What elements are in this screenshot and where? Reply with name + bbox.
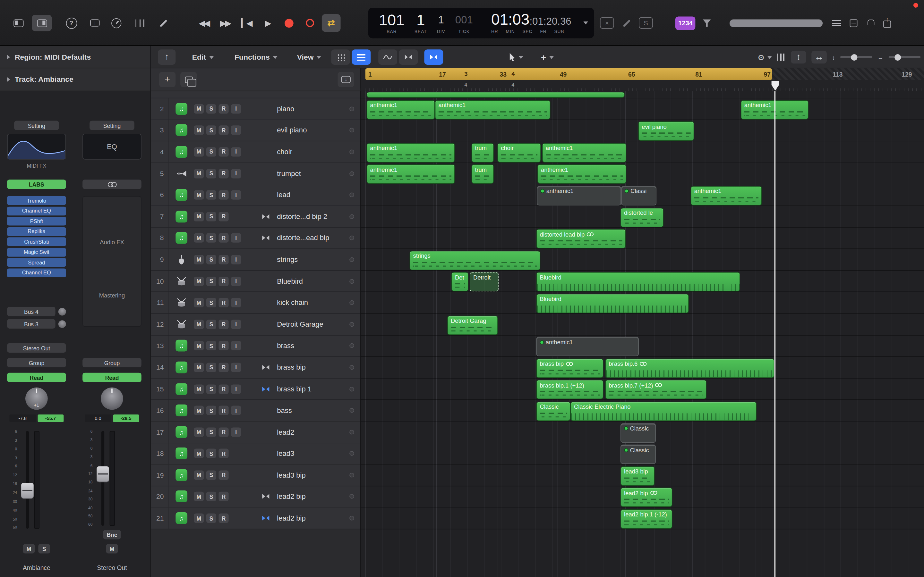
fader-cap[interactable] [97,466,109,482]
input-monitor-button[interactable]: I [231,384,241,393]
track-name[interactable]: choir [277,148,292,156]
mute-button[interactable]: M [194,298,204,308]
play-button[interactable]: ▶ [258,14,277,32]
split-button[interactable] [424,49,443,65]
track-row[interactable]: 14♫MSRIbrass bip [151,357,360,378]
track-name[interactable]: distorte...ead bip [277,234,329,242]
mute-button[interactable]: M [194,384,204,393]
volume-value[interactable]: 0.0 [85,414,111,422]
mute-button[interactable]: M [194,212,204,221]
record-enable-button[interactable]: R [218,234,228,243]
brush-button[interactable] [619,15,633,31]
mute-button[interactable]: M [194,169,204,178]
duplicate-track-button[interactable] [180,72,197,87]
lcd-chevron-down-icon[interactable] [583,21,588,24]
track-row[interactable]: 20♫MSRlead2 bip [151,486,360,508]
midi-region[interactable]: Classic [620,445,656,464]
track-row-partial[interactable] [151,91,360,98]
track-row[interactable]: 18♫MSRlead3 [151,443,360,464]
channel-setting-button[interactable]: Setting [89,121,134,130]
pan-knob[interactable]: +1 [7,388,66,410]
midi-region[interactable]: Classic [620,423,656,443]
input-monitor-button[interactable]: I [231,147,241,156]
channel-fader[interactable]: 6303612182430405060 [7,430,66,530]
track-row[interactable]: 16♫MSRIbass [151,400,360,422]
midi-region[interactable]: choir [497,143,541,163]
send-slot[interactable]: Bus 3 [7,319,55,329]
track-name[interactable]: trumpet [277,169,301,177]
bowtie-icon[interactable] [262,213,272,219]
record-enable-button[interactable]: R [218,298,228,308]
midi-region[interactable]: Classic [536,401,570,421]
lcd-display[interactable]: 101 BAR 1 BEAT 1 DIV 001 TICK 01:03 :01:… [368,8,594,39]
note-pads-icon[interactable] [850,19,858,27]
midi-region[interactable]: Classi [621,186,656,205]
disclosure-chevron-icon[interactable] [7,77,10,82]
funnel-icon[interactable] [703,19,711,27]
cycle-button[interactable]: ⇄ [322,14,341,32]
solo-button[interactable]: S [206,234,216,243]
track-row[interactable]: 7♫MSRdistorte...d bip 2 [151,206,360,227]
solo-button[interactable]: S [206,492,216,501]
mute-button[interactable]: M [194,492,204,501]
record-enable-button[interactable]: R [218,449,228,458]
input-monitor-button[interactable]: I [231,169,241,178]
track-row[interactable]: 12MSRIDetroit Garage [151,314,360,335]
midi-region[interactable]: Detroit Garag [447,316,498,335]
channel-setting-button[interactable]: Setting [14,121,59,130]
send-knob[interactable] [58,320,66,327]
bell-icon[interactable] [866,19,875,27]
mute-button[interactable]: M [194,427,204,437]
record-enable-button[interactable]: R [218,363,228,372]
add-track-button[interactable]: + [159,72,176,87]
command-tool-menu[interactable]: + [541,49,554,65]
vertical-zoom-thumb[interactable] [851,54,857,60]
track-row[interactable]: 8♫MSRIdistorte...ead bip [151,227,360,249]
fader-cap[interactable] [21,483,34,499]
vertical-zoom-slider[interactable] [840,56,872,58]
midi-region[interactable]: anthemic1 [537,186,621,205]
midi-region[interactable]: distorted le [620,207,664,227]
solo-button[interactable]: S [206,341,216,350]
midi-region[interactable] [367,92,624,98]
record-enable-button[interactable]: R [218,384,228,393]
midi-region[interactable]: trum [471,164,494,184]
midi-region[interactable]: lead3 bip [620,466,655,486]
record-enable-button[interactable]: R [218,406,228,415]
bowtie-icon[interactable] [262,494,272,500]
midi-region[interactable]: anthemic1 [435,100,551,119]
midi-region[interactable]: anthemic1 [691,186,762,205]
track-row[interactable]: 17♫MSRIlead2 [151,422,360,443]
mute-button[interactable]: M [194,406,204,415]
solo-button[interactable]: S [206,190,216,200]
solo-mode-button[interactable]: S [639,17,653,29]
track-row[interactable]: 3♫MSRIevil piano [151,120,360,141]
solo-button[interactable]: S [206,406,216,415]
midi-region[interactable]: Det [451,272,468,292]
stereo-format-button[interactable] [82,179,142,189]
track-row[interactable]: 11MSRIkick chain [151,292,360,314]
midi-region[interactable]: brass bip [536,358,603,378]
solo-button[interactable]: S [206,104,216,113]
meter-bars-icon[interactable] [777,53,786,61]
input-monitor-button[interactable]: I [231,406,241,415]
track-name[interactable]: distorte...d bip 2 [277,213,327,221]
solo-button[interactable]: S [206,169,216,178]
midi-region[interactable]: anthemic1 [537,164,626,184]
midi-region[interactable]: lead2 bip [620,488,672,507]
mute-button[interactable]: M [194,147,204,156]
record-enable-button[interactable]: R [218,126,228,135]
track-name[interactable]: lead2 [277,428,294,436]
mute-button[interactable]: M [194,234,204,243]
track-name[interactable]: brass bip 1 [277,385,312,393]
track-lane[interactable] [360,314,924,335]
bowtie-icon[interactable] [262,515,272,521]
track-row[interactable]: 21♫MSRlead2 bip [151,508,360,529]
mute-button[interactable]: M [194,276,204,285]
mute-button[interactable]: M [194,126,204,135]
track-name[interactable]: evil piano [277,126,307,135]
input-monitor-button[interactable]: I [231,190,241,200]
plugin-slot[interactable]: CrushStati [7,237,66,246]
track-row[interactable]: 5MSRItrumpet [151,163,360,184]
midi-region[interactable]: Bluebird [536,272,740,292]
